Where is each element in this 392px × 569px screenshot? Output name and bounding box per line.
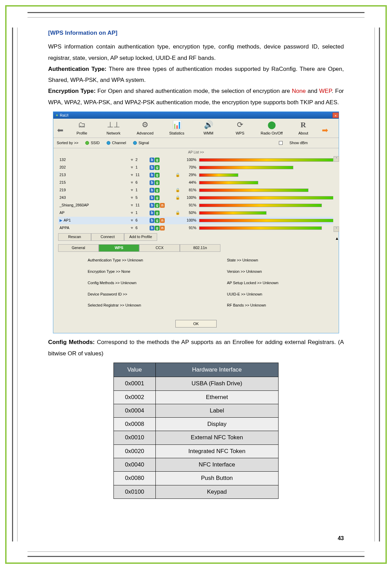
cell-modes: bg bbox=[150, 158, 174, 162]
tab-general[interactable]: General bbox=[58, 244, 99, 252]
radio-channel[interactable]: Channel bbox=[107, 139, 126, 147]
cell-channel: ᯤ1 bbox=[130, 186, 150, 195]
tool-label: Statistics bbox=[169, 130, 184, 137]
tool-wmm[interactable]: 🔊WMM bbox=[194, 120, 222, 138]
tab-ccx[interactable]: CCX bbox=[139, 244, 180, 252]
cell-lock: 🔒 bbox=[174, 186, 182, 194]
cell-modes: bgn bbox=[150, 226, 174, 230]
table-row[interactable]: 202ᯤ1bg70% bbox=[58, 164, 334, 171]
cell-value: 0x0080 bbox=[114, 472, 156, 485]
section-title: [WPS Information on AP] bbox=[48, 28, 344, 39]
table-row: 0x0001USBA (Flash Drive) bbox=[114, 377, 279, 390]
tool-statistics[interactable]: 📊Statistics bbox=[163, 120, 191, 138]
button-row: Rescan Connect Add to Profile bbox=[53, 232, 339, 241]
checkbox-show-dbm[interactable] bbox=[279, 141, 283, 145]
app-icon: ✦ bbox=[55, 112, 58, 119]
label-auth: Authentication Type: bbox=[48, 66, 107, 72]
table-row[interactable]: 215ᯤ6bg44% bbox=[58, 179, 334, 186]
tool-network[interactable]: ⊥⊥Network bbox=[99, 120, 128, 138]
close-button[interactable]: × bbox=[333, 112, 339, 118]
ap-list: ˄ ˅ 132ᯤ2bg100%202ᯤ1bg70%213ᯤ11bg🔒29%215… bbox=[53, 156, 339, 232]
titlebar[interactable]: ✦RaUI × bbox=[53, 112, 339, 119]
tool-wps[interactable]: ⟳WPS bbox=[226, 120, 254, 138]
tabs-row: General WPS CCX 802.11n bbox=[53, 241, 339, 252]
cell-channel: ᯤ11 bbox=[130, 171, 150, 180]
table-row[interactable]: ▶AP1ᯤ6bgn100% bbox=[58, 217, 334, 224]
table-row[interactable]: APᯤ1bg🔒50% bbox=[58, 209, 334, 217]
cell-signal-pct: 100% bbox=[182, 217, 199, 224]
radio-dot-icon bbox=[85, 141, 89, 145]
wps-cfg: Config Methods >> Unknown bbox=[88, 279, 186, 287]
cell-modes: bg bbox=[150, 180, 174, 185]
table-row[interactable]: _Shiang_2860APᯤ11bgn91% bbox=[58, 202, 334, 209]
table-row[interactable]: 213ᯤ11bg🔒29% bbox=[58, 171, 334, 179]
paragraph-enc: Encryption Type: For Open and shared aut… bbox=[48, 86, 344, 108]
ap-list-label: AP List >> bbox=[53, 148, 339, 156]
tool-radio[interactable]: ⬤Radio On/Off bbox=[258, 120, 286, 138]
cell-signal-pct: 91% bbox=[182, 202, 199, 209]
mode-badge-g-icon: g bbox=[155, 165, 160, 170]
cell-modes: bg bbox=[150, 173, 174, 178]
connect-button[interactable]: Connect bbox=[91, 233, 124, 241]
cell-signal-bar bbox=[199, 226, 334, 230]
label-enc: Encryption Type: bbox=[48, 88, 96, 94]
scroll-up-icon[interactable]: ˄ bbox=[334, 156, 339, 162]
cell-modes: bgn bbox=[150, 203, 174, 208]
table-row[interactable]: APPAᯤ6bgn91% bbox=[58, 224, 334, 232]
config-methods-table: Value Hardware Interface 0x0001USBA (Fla… bbox=[113, 363, 279, 499]
table-row[interactable]: 132ᯤ2bg100% bbox=[58, 156, 334, 164]
table-row[interactable]: 219ᯤ1bg🔒81% bbox=[58, 186, 334, 194]
scroll-down-icon[interactable]: ˅ bbox=[334, 226, 339, 232]
lock-icon: 🔒 bbox=[175, 211, 180, 215]
table-row[interactable]: 243ᯤ5bg🔒100% bbox=[58, 194, 334, 202]
channel-icon: ᯤ bbox=[130, 156, 135, 164]
cell-channel: ᯤ11 bbox=[130, 201, 150, 210]
tool-about[interactable]: RAbout bbox=[289, 120, 317, 138]
mode-badge-g-icon: g bbox=[155, 203, 160, 208]
text-wep: WEP bbox=[319, 88, 332, 94]
tool-profile[interactable]: 🗂Profile bbox=[68, 120, 96, 138]
tool-advanced[interactable]: ⚙Advanced bbox=[131, 120, 159, 138]
mode-badge-b-icon: b bbox=[150, 188, 154, 193]
table-row: 0x0002Ethernet bbox=[114, 390, 279, 404]
scrollbar[interactable]: ˄ ˅ bbox=[333, 156, 339, 232]
back-arrow-icon[interactable]: ⬅ bbox=[56, 123, 64, 138]
channel-icon: ᯤ bbox=[130, 179, 135, 187]
cell-hw: USBA (Flash Drive) bbox=[155, 377, 278, 390]
cell-ssid: 202 bbox=[58, 164, 130, 171]
cell-hw: NFC Interface bbox=[155, 458, 278, 471]
wps-enc: Encryption Type >> None bbox=[88, 268, 186, 275]
table-row: 0x0010External NFC Token bbox=[114, 431, 279, 444]
network-icon: ⊥⊥ bbox=[109, 120, 118, 130]
forward-arrow-icon[interactable]: ➡ bbox=[321, 123, 329, 138]
cell-signal-pct: 29% bbox=[182, 171, 199, 179]
cell-lock: 🔒 bbox=[174, 209, 182, 216]
tab-80211n[interactable]: 802.11n bbox=[180, 244, 220, 252]
cell-lock: 🔒 bbox=[174, 194, 182, 201]
lock-icon: 🔒 bbox=[175, 188, 180, 192]
cell-channel: ᯤ5 bbox=[130, 194, 150, 202]
wps-info-panel: Authentication Type >> Unknown Encryptio… bbox=[53, 252, 339, 318]
wps-selreg: Selected Registrar >> Unknown bbox=[88, 302, 186, 309]
cell-value: 0x0020 bbox=[114, 444, 156, 458]
tool-label: Network bbox=[107, 130, 120, 137]
cell-modes: bg bbox=[150, 211, 174, 215]
rescan-button[interactable]: Rescan bbox=[58, 233, 91, 241]
tab-wps[interactable]: WPS bbox=[99, 244, 139, 252]
paragraph-auth: Authentication Type: There are three typ… bbox=[48, 64, 344, 86]
text-enc1: For Open and shared authentication mode,… bbox=[96, 88, 292, 94]
add-profile-button[interactable]: Add to Profile bbox=[124, 233, 157, 241]
channel-icon: ᯤ bbox=[130, 186, 135, 195]
radio-ssid[interactable]: SSID bbox=[85, 139, 100, 147]
wps-ver: Version >> Unknown bbox=[227, 268, 325, 275]
mode-badge-n-icon: n bbox=[160, 203, 165, 208]
collapse-icon[interactable]: ▲ bbox=[335, 235, 339, 243]
radio-signal[interactable]: Signal bbox=[133, 139, 149, 147]
tool-label: Profile bbox=[76, 130, 87, 137]
mode-badge-g-icon: g bbox=[155, 180, 160, 185]
cell-hw: Push Button bbox=[155, 472, 278, 485]
cell-value: 0x0010 bbox=[114, 431, 156, 444]
mode-badge-b-icon: b bbox=[150, 158, 154, 162]
cell-channel: ᯤ6 bbox=[130, 224, 150, 233]
ok-button[interactable]: OK bbox=[175, 320, 217, 328]
